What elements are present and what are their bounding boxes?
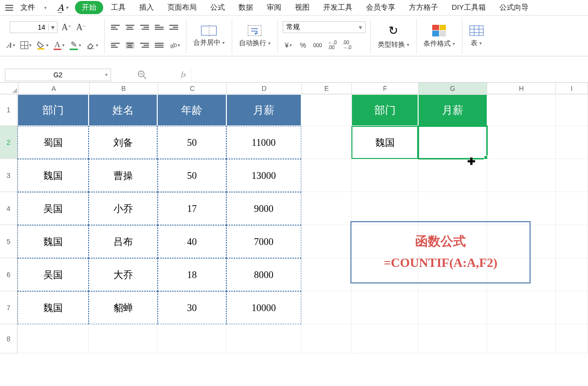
cell-G8[interactable] bbox=[418, 324, 487, 353]
cell-D1[interactable]: 月薪 bbox=[226, 94, 301, 126]
cell-D8[interactable] bbox=[226, 324, 301, 353]
align-center-icon[interactable] bbox=[124, 39, 136, 51]
currency-dropdown[interactable]: ¥ bbox=[283, 39, 294, 51]
cell-E3[interactable] bbox=[301, 159, 352, 192]
cell-A6[interactable]: 吴国 bbox=[18, 258, 89, 291]
row-header-2[interactable]: 2 bbox=[0, 126, 18, 159]
cell-B3[interactable]: 曹操 bbox=[89, 159, 157, 192]
row-header-6[interactable]: 6 bbox=[0, 258, 18, 291]
cell-I2[interactable] bbox=[556, 126, 588, 159]
increase-decimal-button[interactable]: ←.0.00 bbox=[327, 39, 338, 51]
font-style-dropdown[interactable]: 𝐴 bbox=[5, 39, 17, 51]
menu-tab-9[interactable]: 会员专享 bbox=[360, 0, 401, 15]
row-header-8[interactable]: 8 bbox=[0, 324, 18, 353]
align-right-icon[interactable] bbox=[139, 39, 150, 51]
align-left-icon[interactable] bbox=[110, 39, 121, 51]
fill-color-dropdown[interactable] bbox=[36, 39, 50, 51]
cell-B7[interactable]: 貂蝉 bbox=[89, 291, 157, 324]
cell-F1[interactable]: 部门 bbox=[351, 94, 418, 126]
cell-G7[interactable] bbox=[418, 291, 487, 324]
clear-format-dropdown[interactable] bbox=[85, 39, 99, 51]
menu-tab-3[interactable]: 页面布局 bbox=[162, 0, 202, 15]
cell-B4[interactable]: 小乔 bbox=[89, 192, 157, 225]
menu-tab-5[interactable]: 数据 bbox=[233, 0, 259, 15]
cell-B1[interactable]: 姓名 bbox=[89, 94, 157, 126]
cell-H4[interactable] bbox=[487, 192, 556, 225]
hamburger-icon[interactable] bbox=[2, 5, 17, 11]
cell-B8[interactable] bbox=[89, 324, 157, 353]
cell-F4[interactable] bbox=[351, 192, 418, 225]
cell-G2[interactable] bbox=[418, 126, 487, 159]
cell-F3[interactable] bbox=[351, 159, 418, 192]
table-style-group[interactable]: 表 bbox=[462, 18, 491, 54]
col-header-B[interactable]: B bbox=[90, 83, 158, 94]
row-header-3[interactable]: 3 bbox=[0, 159, 18, 192]
cell-A5[interactable]: 魏国 bbox=[18, 225, 89, 258]
cell-H3[interactable] bbox=[487, 159, 556, 192]
formula-input[interactable] bbox=[191, 69, 588, 81]
cell-C7[interactable]: 30 bbox=[158, 291, 226, 324]
chevron-down-icon[interactable]: ▾ bbox=[105, 72, 108, 77]
font-shortcut[interactable]: A̲▾ bbox=[55, 2, 71, 13]
menu-tab-10[interactable]: 方方格子 bbox=[403, 0, 444, 15]
wrap-group[interactable]: 自动换行 bbox=[232, 18, 278, 54]
menu-tab-0[interactable]: 开始 bbox=[75, 1, 103, 14]
cell-E7[interactable] bbox=[301, 291, 352, 324]
col-header-H[interactable]: H bbox=[487, 83, 556, 94]
menu-tab-4[interactable]: 公式 bbox=[204, 0, 231, 15]
file-dropdown-icon[interactable] bbox=[39, 2, 51, 14]
col-header-F[interactable]: F bbox=[352, 83, 418, 94]
cell-C4[interactable]: 17 bbox=[158, 192, 226, 225]
col-header-A[interactable]: A bbox=[18, 83, 90, 94]
cell-I3[interactable] bbox=[556, 159, 588, 192]
menu-tab-6[interactable]: 审阅 bbox=[261, 0, 287, 15]
cell-F2[interactable]: 魏国 bbox=[351, 126, 418, 159]
font-size-input[interactable]: ▾ bbox=[10, 21, 57, 33]
menu-tab-7[interactable]: 视图 bbox=[289, 0, 315, 15]
align-bottom-icon[interactable] bbox=[139, 21, 150, 33]
cell-E2[interactable] bbox=[301, 126, 352, 159]
zoom-out-icon[interactable] bbox=[137, 70, 147, 80]
row-header-5[interactable]: 5 bbox=[0, 225, 18, 258]
cell-I4[interactable] bbox=[556, 192, 588, 225]
cell-C1[interactable]: 年龄 bbox=[157, 94, 226, 126]
menu-tab-11[interactable]: DIY工具箱 bbox=[446, 0, 492, 15]
menu-tab-2[interactable]: 插入 bbox=[133, 0, 160, 15]
cell-B6[interactable]: 大乔 bbox=[89, 258, 157, 291]
cell-E4[interactable] bbox=[301, 192, 352, 225]
cell-H8[interactable] bbox=[487, 324, 556, 353]
justify-icon[interactable] bbox=[153, 39, 165, 51]
cell-C2[interactable]: 50 bbox=[157, 126, 226, 159]
highlight-dropdown[interactable]: ✎ bbox=[69, 39, 82, 51]
decrease-decimal-button[interactable]: .00→.0 bbox=[341, 39, 353, 51]
merge-group[interactable]: 合并居中 bbox=[186, 18, 232, 54]
cell-G1[interactable]: 月薪 bbox=[418, 94, 487, 126]
col-header-I[interactable]: I bbox=[556, 83, 588, 94]
cell-B5[interactable]: 吕布 bbox=[89, 225, 157, 258]
cell-C8[interactable] bbox=[157, 324, 226, 353]
fx-label[interactable]: fx bbox=[181, 71, 186, 79]
cell-I5[interactable] bbox=[556, 225, 588, 258]
cell-E8[interactable] bbox=[301, 324, 352, 353]
cell-C6[interactable]: 18 bbox=[158, 258, 226, 291]
cell-A8[interactable] bbox=[18, 324, 89, 353]
col-header-E[interactable]: E bbox=[302, 83, 352, 94]
cell-D7[interactable]: 10000 bbox=[226, 291, 301, 324]
decrease-indent-icon[interactable] bbox=[153, 21, 165, 33]
cell-F7[interactable] bbox=[351, 291, 418, 324]
percent-button[interactable]: % bbox=[297, 39, 309, 51]
col-header-G[interactable]: G bbox=[419, 83, 487, 94]
file-menu[interactable]: 文件 bbox=[17, 3, 39, 12]
row-header-1[interactable]: 1 bbox=[0, 94, 18, 126]
cell-I7[interactable] bbox=[556, 291, 588, 324]
cell-B2[interactable]: 刘备 bbox=[89, 126, 157, 159]
orientation-dropdown[interactable]: ab bbox=[168, 39, 181, 51]
cell-I6[interactable] bbox=[556, 258, 588, 291]
cell-E5[interactable] bbox=[301, 225, 352, 258]
number-format-select[interactable]: 常规 ▾ bbox=[283, 21, 366, 33]
cell-C5[interactable]: 40 bbox=[158, 225, 226, 258]
cell-D6[interactable]: 8000 bbox=[226, 258, 301, 291]
cell-E1[interactable] bbox=[301, 94, 352, 126]
type-convert-group[interactable]: ↻ 类型转换 bbox=[371, 18, 417, 54]
name-box[interactable]: G2 ▾ bbox=[5, 69, 111, 81]
